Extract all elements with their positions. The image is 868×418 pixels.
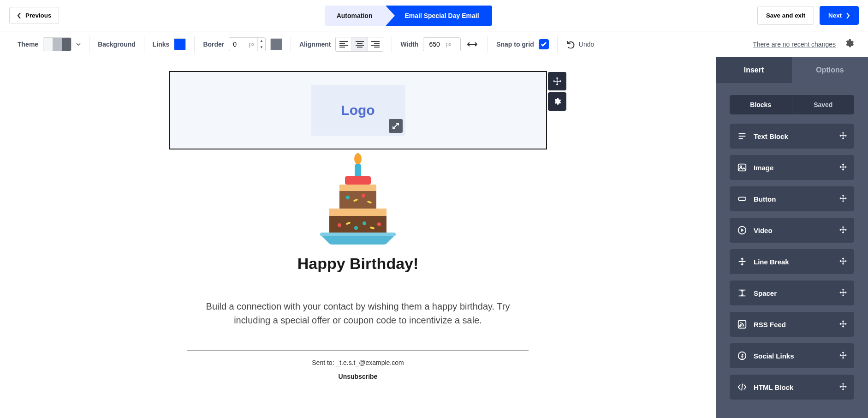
block-item-html[interactable]: HTML Block (730, 375, 854, 400)
width-input[interactable]: px (423, 37, 461, 51)
breadcrumb-step-automation[interactable]: Automation (325, 6, 386, 26)
block-item-label: Line Break (754, 258, 833, 266)
border-size-input[interactable]: px ▲ ▼ (229, 37, 266, 51)
block-item-label: Social Links (754, 352, 833, 360)
segment-blocks[interactable]: Blocks (730, 95, 792, 114)
snap-label: Snap to grid (496, 41, 534, 48)
button-icon (737, 194, 747, 204)
footer-divider (187, 350, 529, 351)
previous-button-label: Previous (25, 12, 51, 19)
logo-block[interactable]: Logo (169, 71, 547, 149)
snap-to-grid-checkbox[interactable] (539, 39, 549, 49)
cake-image[interactable] (169, 149, 547, 246)
drag-handle-icon[interactable] (839, 257, 847, 266)
border-size-field[interactable] (229, 41, 249, 48)
segment-saved[interactable]: Saved (792, 95, 855, 114)
theme-swatch-picker[interactable] (43, 37, 71, 51)
recent-changes-link[interactable]: There are no recent changes (753, 41, 836, 48)
theme-label: Theme (18, 41, 38, 48)
block-item-label: Text Block (754, 132, 833, 140)
email-body-copy[interactable]: Build a connection with your contact by … (169, 299, 547, 327)
drag-handle-icon[interactable] (839, 163, 847, 172)
svg-rect-3 (339, 191, 376, 209)
arrows-horizontal-icon (467, 41, 477, 48)
top-bar: Previous Automation Email Special Day Em… (0, 0, 868, 31)
tab-insert[interactable]: Insert (716, 57, 792, 83)
align-right-button[interactable] (367, 37, 383, 51)
svg-rect-20 (738, 321, 746, 328)
svg-rect-2 (345, 176, 371, 185)
text-icon (737, 131, 747, 141)
chevron-down-icon[interactable] (76, 43, 81, 46)
move-block-button[interactable] (548, 72, 566, 90)
drag-handle-icon[interactable] (839, 383, 847, 392)
breadcrumb: Automation Email Special Day Email (325, 6, 492, 26)
drag-handle-icon[interactable] (839, 352, 847, 360)
drag-handle-icon[interactable] (839, 320, 847, 329)
svg-point-0 (354, 153, 362, 164)
save-and-exit-button[interactable]: Save and exit (757, 6, 814, 25)
links-color-swatch[interactable] (174, 38, 186, 50)
check-icon (541, 41, 547, 48)
border-label: Border (203, 41, 224, 48)
social-icon (737, 351, 747, 361)
html-icon (737, 382, 747, 392)
border-color-swatch[interactable] (270, 38, 282, 50)
spacer-icon (737, 288, 747, 298)
previous-button[interactable]: Previous (9, 7, 59, 24)
links-label: Links (153, 41, 170, 48)
email-canvas[interactable]: Logo (0, 57, 716, 418)
birthday-cake-icon (307, 149, 409, 246)
block-item-text[interactable]: Text Block (730, 124, 854, 149)
block-item-social[interactable]: Social Links (730, 343, 854, 368)
svg-point-14 (377, 222, 381, 226)
block-item-label: Image (754, 164, 833, 172)
drag-handle-icon[interactable] (839, 226, 847, 235)
svg-rect-15 (320, 233, 396, 236)
width-stretch-toggle[interactable] (465, 39, 479, 49)
width-field[interactable] (423, 41, 446, 48)
gear-icon (553, 97, 561, 106)
svg-point-11 (354, 226, 358, 230)
block-item-label: Button (754, 195, 833, 203)
block-item-video[interactable]: Video (730, 218, 854, 243)
block-item-label: Spacer (754, 289, 833, 297)
block-item-label: Video (754, 227, 833, 234)
next-button[interactable]: Next (820, 6, 859, 25)
block-item-spacer[interactable]: Spacer (730, 281, 854, 305)
chevron-left-icon (17, 12, 22, 19)
logo-placeholder[interactable]: Logo (311, 85, 405, 136)
breadcrumb-step-current[interactable]: Email Special Day Email (386, 6, 492, 26)
move-icon (553, 77, 561, 85)
align-center-button[interactable] (351, 37, 367, 51)
border-step-up[interactable]: ▲ (258, 38, 265, 44)
align-left-button[interactable] (336, 37, 351, 51)
block-item-line[interactable]: Line Break (730, 249, 854, 274)
block-item-rss[interactable]: RSS Feed (730, 312, 854, 337)
settings-button[interactable] (844, 38, 854, 50)
resize-handle[interactable] (389, 119, 403, 133)
border-unit: px (249, 41, 257, 48)
background-label: Background (98, 41, 136, 48)
expand-icon (392, 122, 399, 130)
svg-rect-18 (738, 197, 746, 200)
sent-to-line: Sent to: _t.e.s.t_@example.com (169, 359, 547, 366)
unsubscribe-link[interactable]: Unsubscribe (169, 373, 547, 380)
svg-point-9 (338, 223, 341, 227)
svg-rect-1 (355, 164, 361, 177)
block-item-button[interactable]: Button (730, 186, 854, 211)
sent-to-prefix: Sent to: (312, 359, 336, 366)
block-settings-button[interactable] (548, 92, 566, 111)
tab-options[interactable]: Options (792, 57, 868, 83)
side-panel: Insert Options Blocks Saved Text BlockIm… (716, 57, 868, 418)
drag-handle-icon[interactable] (839, 132, 847, 141)
gear-icon (844, 38, 854, 48)
undo-button[interactable]: Undo (566, 40, 594, 48)
email-headline[interactable]: Happy Birthday! (169, 255, 547, 273)
drag-handle-icon[interactable] (839, 195, 847, 203)
border-step-down[interactable]: ▼ (258, 44, 265, 51)
block-item-image[interactable]: Image (730, 155, 854, 180)
video-icon (737, 225, 747, 235)
editor-toolbar: Theme Background Links Border px ▲ ▼ (0, 31, 868, 57)
drag-handle-icon[interactable] (839, 289, 847, 298)
